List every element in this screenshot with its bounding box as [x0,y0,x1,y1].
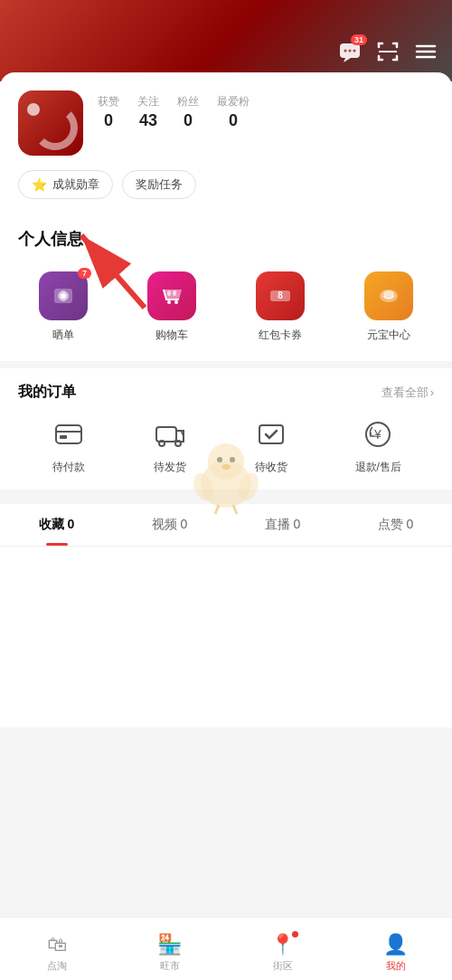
tabs-bar: 收藏 0 视频 0 直播 0 点赞 0 [0,504,452,547]
quick-item-yuanbao[interactable]: 元宝中心 [364,271,413,343]
scan-button[interactable] [376,40,400,69]
cart-icon [147,271,196,320]
svg-point-26 [175,441,181,446]
stat-zuiai[interactable]: 最爱粉 0 [217,94,250,130]
avatar[interactable] [18,90,83,156]
svg-rect-23 [60,435,67,439]
menu-button[interactable] [414,40,438,69]
order-item-delivery[interactable]: 待收货 [253,416,289,475]
quick-item-coupon[interactable]: 8 红包卡券 [256,271,305,343]
svg-point-12 [61,293,66,299]
quick-item-cart[interactable]: 购物车 [147,271,196,343]
refund-icon: ¥ [360,416,396,452]
bottom-nav: 🛍 点淘 🏪 旺市 📍 街区 👤 我的 [0,917,452,980]
svg-point-25 [159,441,165,446]
order-item-refund[interactable]: ¥ 退款/售后 [355,416,401,475]
orders-header: 我的订单 查看全部 › [18,383,434,402]
svg-text:¥: ¥ [373,427,381,442]
svg-point-15 [167,300,171,304]
achievement-badge-btn[interactable]: ⭐ 成就勋章 [18,170,113,199]
stat-guanzhu[interactable]: 关注 43 [137,94,159,130]
nav-item-diantao[interactable]: 🛍 点淘 [0,926,113,973]
svg-rect-27 [259,425,283,443]
stat-fensi[interactable]: 粉丝 0 [177,94,199,130]
svg-rect-21 [56,425,81,443]
payment-icon [51,416,87,452]
shaidan-badge: 7 [78,268,91,279]
profile-card: 获赞 0 关注 43 粉丝 0 最爱粉 0 ⭐ 成就勋章 奖励任务 [0,72,452,214]
shipping-icon [152,416,188,452]
tab-like[interactable]: 点赞 0 [339,504,452,546]
svg-text:8: 8 [278,290,283,300]
nav-item-wangshi[interactable]: 🏪 旺市 [113,926,226,973]
chevron-right-icon: › [430,385,434,399]
stats-row: 获赞 0 关注 43 粉丝 0 最爱粉 0 [98,90,434,130]
svg-point-4 [353,50,356,52]
divider-2 [0,490,452,497]
orders-icons: 待付款 待发货 待收货 [18,416,434,475]
tab-collection[interactable]: 收藏 0 [0,504,113,546]
tab-live[interactable]: 直播 0 [226,504,339,546]
tab-content [0,547,452,728]
star-icon: ⭐ [32,177,47,192]
delivery-icon [253,416,289,452]
stat-huozan[interactable]: 获赞 0 [98,94,119,130]
nav-item-mine[interactable]: 👤 我的 [339,926,452,973]
mission-badge-btn[interactable]: 奖励任务 [122,170,196,199]
jiequ-icon: 📍 [270,933,295,956]
orders-section: 我的订单 查看全部 › 待付款 [0,368,452,490]
profile-header: 获赞 0 关注 43 粉丝 0 最爱粉 0 [18,90,434,156]
mine-icon: 👤 [383,933,408,956]
quick-item-shaidan[interactable]: 7 晒单 [39,271,88,343]
diantao-icon: 🛍 [47,933,67,956]
quick-grid: 7 晒单 购物车 8 红包卡券 [0,257,452,361]
svg-rect-14 [173,290,176,296]
svg-rect-24 [156,427,176,442]
top-icons: 31 [338,40,438,69]
tab-video[interactable]: 视频 0 [113,504,226,546]
shaidan-icon: 7 [39,271,88,320]
svg-marker-1 [344,58,351,62]
personal-info-header: 个人信息 [0,214,452,257]
svg-point-16 [174,300,178,304]
yuanbao-icon [364,271,413,320]
nav-item-jiequ[interactable]: 📍 街区 [226,926,339,973]
tabs-section: 收藏 0 视频 0 直播 0 点赞 0 [0,504,452,728]
message-badge: 31 [351,34,367,45]
view-all-link[interactable]: 查看全部 › [381,385,434,401]
wangshi-icon: 🏪 [157,933,182,956]
top-bar: 31 [0,0,452,81]
divider-1 [0,361,452,368]
message-button[interactable]: 31 [338,40,362,69]
badges-row: ⭐ 成就勋章 奖励任务 [18,170,434,214]
svg-point-2 [344,50,347,52]
coupon-icon: 8 [256,271,305,320]
svg-point-3 [349,50,352,52]
order-item-payment[interactable]: 待付款 [51,416,87,475]
order-item-shipping[interactable]: 待发货 [152,416,188,475]
svg-rect-13 [167,290,171,296]
